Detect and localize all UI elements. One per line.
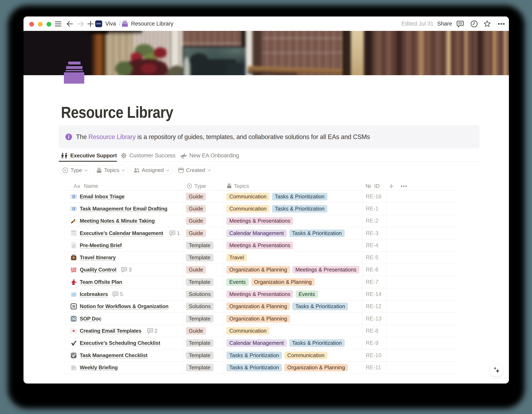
svg-text:E: E [73, 207, 75, 210]
svg-text:N: N [72, 304, 75, 309]
svg-text:E: E [73, 195, 75, 198]
svg-text:100: 100 [70, 267, 76, 271]
